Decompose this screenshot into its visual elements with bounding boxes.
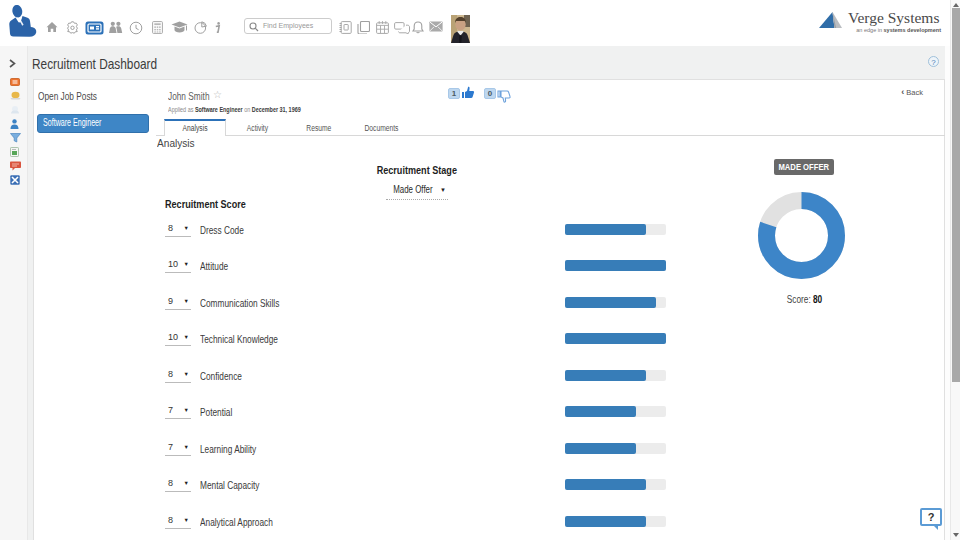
svg-text:Verge Systems: Verge Systems bbox=[848, 9, 939, 26]
svg-text:an edge in systems development: an edge in systems development bbox=[856, 27, 941, 33]
